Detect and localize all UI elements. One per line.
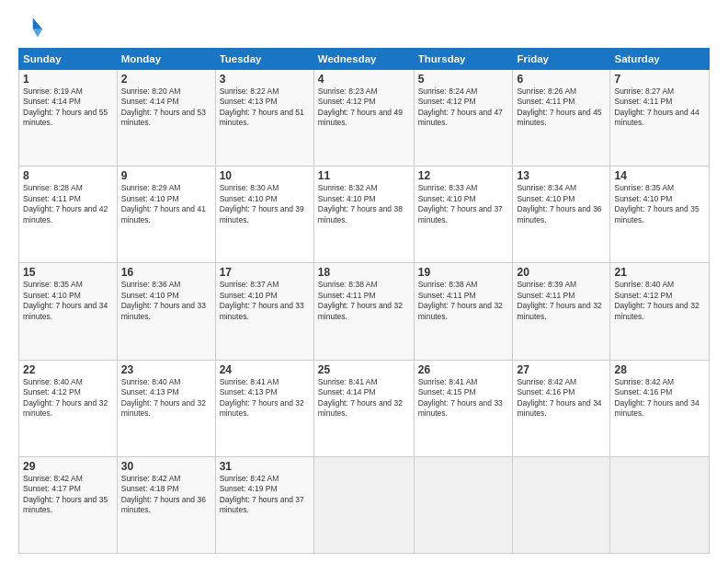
calendar-cell: 16 Sunrise: 8:36 AMSunset: 4:10 PMDaylig…	[117, 263, 215, 360]
day-number: 2	[121, 73, 211, 86]
calendar-cell: 19 Sunrise: 8:38 AMSunset: 4:11 PMDaylig…	[414, 263, 513, 360]
day-number: 28	[614, 363, 705, 376]
day-number: 9	[121, 169, 211, 182]
day-detail: Sunrise: 8:26 AMSunset: 4:11 PMDaylight:…	[517, 86, 601, 127]
calendar-cell: 12 Sunrise: 8:33 AMSunset: 4:10 PMDaylig…	[414, 167, 513, 263]
svg-marker-0	[33, 18, 43, 29]
calendar-cell: 18 Sunrise: 8:38 AMSunset: 4:11 PMDaylig…	[313, 263, 414, 360]
logo	[18, 15, 48, 40]
day-detail: Sunrise: 8:32 AMSunset: 4:10 PMDaylight:…	[318, 183, 403, 224]
day-detail: Sunrise: 8:30 AMSunset: 4:10 PMDaylight:…	[220, 183, 304, 224]
calendar-cell: 23 Sunrise: 8:40 AMSunset: 4:13 PMDaylig…	[117, 360, 215, 456]
calendar-cell: 30 Sunrise: 8:42 AMSunset: 4:18 PMDaylig…	[117, 456, 215, 553]
day-detail: Sunrise: 8:24 AMSunset: 4:12 PMDaylight:…	[418, 86, 503, 127]
day-number: 7	[614, 73, 705, 86]
day-number: 19	[418, 266, 509, 279]
calendar-cell: 20 Sunrise: 8:39 AMSunset: 4:11 PMDaylig…	[513, 263, 610, 360]
day-detail: Sunrise: 8:34 AMSunset: 4:10 PMDaylight:…	[517, 183, 601, 224]
day-detail: Sunrise: 8:42 AMSunset: 4:16 PMDaylight:…	[614, 377, 699, 418]
day-detail: Sunrise: 8:40 AMSunset: 4:13 PMDaylight:…	[121, 377, 206, 418]
day-number: 31	[220, 460, 310, 473]
day-detail: Sunrise: 8:19 AMSunset: 4:14 PMDaylight:…	[23, 86, 108, 127]
col-header-friday: Friday	[513, 49, 610, 70]
day-detail: Sunrise: 8:42 AMSunset: 4:16 PMDaylight:…	[517, 377, 601, 418]
col-header-wednesday: Wednesday	[313, 49, 414, 70]
calendar-cell	[610, 456, 710, 553]
week-row-3: 15 Sunrise: 8:35 AMSunset: 4:10 PMDaylig…	[19, 263, 710, 360]
day-number: 12	[418, 169, 509, 182]
calendar-cell: 15 Sunrise: 8:35 AMSunset: 4:10 PMDaylig…	[19, 263, 118, 360]
day-number: 6	[517, 73, 606, 86]
calendar-table: SundayMondayTuesdayWednesdayThursdayFrid…	[18, 48, 710, 554]
day-number: 15	[23, 266, 113, 279]
day-number: 4	[318, 73, 410, 86]
day-number: 16	[121, 266, 211, 279]
calendar-cell: 4 Sunrise: 8:23 AMSunset: 4:12 PMDayligh…	[313, 70, 414, 167]
day-detail: Sunrise: 8:38 AMSunset: 4:11 PMDaylight:…	[318, 280, 403, 320]
day-number: 13	[517, 169, 606, 182]
calendar-cell: 21 Sunrise: 8:40 AMSunset: 4:12 PMDaylig…	[610, 263, 710, 360]
calendar-cell: 11 Sunrise: 8:32 AMSunset: 4:10 PMDaylig…	[313, 167, 414, 263]
day-detail: Sunrise: 8:36 AMSunset: 4:10 PMDaylight:…	[121, 280, 206, 320]
day-number: 3	[220, 73, 310, 86]
calendar-cell: 22 Sunrise: 8:40 AMSunset: 4:12 PMDaylig…	[19, 360, 118, 456]
day-number: 22	[23, 363, 113, 376]
calendar-cell: 10 Sunrise: 8:30 AMSunset: 4:10 PMDaylig…	[215, 167, 313, 263]
day-detail: Sunrise: 8:38 AMSunset: 4:11 PMDaylight:…	[418, 280, 503, 320]
day-detail: Sunrise: 8:41 AMSunset: 4:14 PMDaylight:…	[318, 377, 403, 418]
calendar-cell: 2 Sunrise: 8:20 AMSunset: 4:14 PMDayligh…	[117, 70, 215, 167]
day-number: 1	[23, 73, 113, 86]
calendar-cell: 9 Sunrise: 8:29 AMSunset: 4:10 PMDayligh…	[117, 167, 215, 263]
day-detail: Sunrise: 8:28 AMSunset: 4:11 PMDaylight:…	[23, 183, 108, 224]
calendar-cell: 29 Sunrise: 8:42 AMSunset: 4:17 PMDaylig…	[19, 456, 118, 553]
day-detail: Sunrise: 8:35 AMSunset: 4:10 PMDaylight:…	[23, 280, 108, 320]
svg-marker-1	[33, 29, 43, 38]
day-detail: Sunrise: 8:27 AMSunset: 4:11 PMDaylight:…	[614, 86, 699, 127]
day-number: 11	[318, 169, 410, 182]
day-detail: Sunrise: 8:22 AMSunset: 4:13 PMDaylight:…	[220, 86, 304, 127]
day-detail: Sunrise: 8:20 AMSunset: 4:14 PMDaylight:…	[121, 86, 206, 127]
day-number: 30	[121, 460, 211, 473]
week-row-1: 1 Sunrise: 8:19 AMSunset: 4:14 PMDayligh…	[19, 70, 710, 167]
calendar-cell	[513, 456, 610, 553]
calendar-cell	[313, 456, 414, 553]
calendar-cell: 31 Sunrise: 8:42 AMSunset: 4:19 PMDaylig…	[215, 456, 313, 553]
day-number: 21	[614, 266, 705, 279]
calendar-cell: 25 Sunrise: 8:41 AMSunset: 4:14 PMDaylig…	[313, 360, 414, 456]
day-detail: Sunrise: 8:41 AMSunset: 4:13 PMDaylight:…	[220, 377, 304, 418]
day-detail: Sunrise: 8:37 AMSunset: 4:10 PMDaylight:…	[220, 280, 304, 320]
day-detail: Sunrise: 8:41 AMSunset: 4:15 PMDaylight:…	[418, 377, 503, 418]
day-detail: Sunrise: 8:23 AMSunset: 4:12 PMDaylight:…	[318, 86, 403, 127]
day-detail: Sunrise: 8:42 AMSunset: 4:17 PMDaylight:…	[23, 474, 108, 514]
col-header-tuesday: Tuesday	[215, 49, 313, 70]
logo-icon	[18, 15, 44, 40]
calendar-cell: 27 Sunrise: 8:42 AMSunset: 4:16 PMDaylig…	[513, 360, 610, 456]
day-number: 14	[614, 169, 705, 182]
day-number: 10	[220, 169, 310, 182]
day-number: 25	[318, 363, 410, 376]
day-number: 29	[23, 460, 113, 473]
day-detail: Sunrise: 8:40 AMSunset: 4:12 PMDaylight:…	[23, 377, 108, 418]
week-row-4: 22 Sunrise: 8:40 AMSunset: 4:12 PMDaylig…	[19, 360, 710, 456]
calendar-cell: 1 Sunrise: 8:19 AMSunset: 4:14 PMDayligh…	[19, 70, 118, 167]
day-detail: Sunrise: 8:42 AMSunset: 4:19 PMDaylight:…	[220, 474, 304, 514]
day-number: 26	[418, 363, 509, 376]
week-row-2: 8 Sunrise: 8:28 AMSunset: 4:11 PMDayligh…	[19, 167, 710, 263]
day-detail: Sunrise: 8:35 AMSunset: 4:10 PMDaylight:…	[614, 183, 699, 224]
calendar-cell: 24 Sunrise: 8:41 AMSunset: 4:13 PMDaylig…	[215, 360, 313, 456]
calendar-cell: 17 Sunrise: 8:37 AMSunset: 4:10 PMDaylig…	[215, 263, 313, 360]
col-header-saturday: Saturday	[610, 49, 710, 70]
calendar-cell: 14 Sunrise: 8:35 AMSunset: 4:10 PMDaylig…	[610, 167, 710, 263]
page: SundayMondayTuesdayWednesdayThursdayFrid…	[0, 0, 728, 563]
calendar-cell: 6 Sunrise: 8:26 AMSunset: 4:11 PMDayligh…	[513, 70, 610, 167]
day-number: 24	[220, 363, 310, 376]
day-number: 5	[418, 73, 509, 86]
calendar-cell: 13 Sunrise: 8:34 AMSunset: 4:10 PMDaylig…	[513, 167, 610, 263]
day-number: 27	[517, 363, 606, 376]
svg-rect-2	[22, 18, 33, 38]
day-number: 23	[121, 363, 211, 376]
calendar-cell: 26 Sunrise: 8:41 AMSunset: 4:15 PMDaylig…	[414, 360, 513, 456]
header	[18, 15, 710, 40]
day-detail: Sunrise: 8:29 AMSunset: 4:10 PMDaylight:…	[121, 183, 206, 224]
header-row: SundayMondayTuesdayWednesdayThursdayFrid…	[19, 49, 710, 70]
